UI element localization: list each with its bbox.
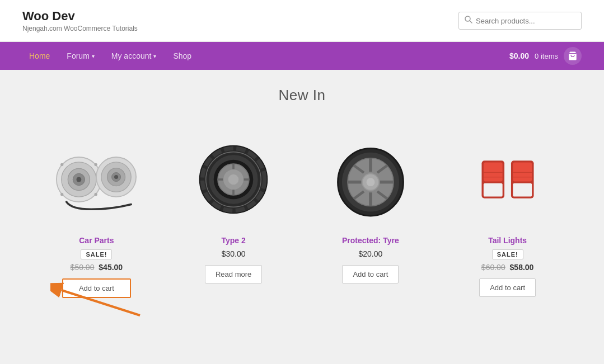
chevron-down-icon: ▾	[153, 53, 156, 59]
products-grid: Car Parts SALE! $50.00 $45.00 Add to car…	[34, 121, 570, 313]
svg-point-43	[366, 178, 374, 186]
tyre-image	[197, 140, 270, 219]
svg-point-9	[95, 163, 97, 166]
svg-point-10	[60, 193, 63, 196]
site-nav: Home Forum ▾ My account ▾ Shop $0.00 0 i…	[0, 42, 604, 70]
add-to-cart-button-protected-tyre[interactable]: Add to cart	[342, 265, 399, 283]
add-to-cart-button-tail-lights[interactable]: Add to cart	[479, 278, 536, 297]
nav-item-shop[interactable]: Shop	[166, 44, 198, 68]
read-more-button-type2[interactable]: Read more	[205, 265, 262, 283]
nav-item-forum[interactable]: Forum ▾	[60, 44, 101, 68]
svg-point-16	[114, 175, 118, 179]
product-name-type2[interactable]: Type 2	[221, 236, 245, 245]
cart-info: $0.00 0 items	[509, 47, 582, 65]
speakers-image	[51, 143, 141, 216]
product-price-car-parts: $50.00 $45.00	[71, 263, 123, 272]
current-price-tail-lights: $58.00	[510, 263, 534, 272]
site-header: Woo Dev Njengah.com WooCommerce Tutorial…	[0, 0, 604, 42]
sale-badge-car-parts: SALE!	[81, 249, 112, 259]
product-image-type2	[180, 132, 288, 227]
site-tagline: Njengah.com WooCommerce Tutorials	[22, 25, 138, 32]
search-icon	[465, 16, 472, 26]
site-title: Woo Dev	[22, 9, 138, 23]
taillight-image	[477, 143, 539, 216]
nav-item-home[interactable]: Home	[22, 44, 57, 68]
svg-point-25	[228, 174, 239, 185]
nav-links: Home Forum ▾ My account ▾ Shop	[22, 44, 509, 68]
product-card-protected-tyre: Protected: Tyre $20.00 Add to cart	[308, 121, 434, 313]
product-price-protected-tyre: $20.00	[358, 249, 382, 258]
current-price-car-parts: $45.00	[99, 263, 123, 272]
price-type2: $30.00	[222, 249, 246, 258]
search-input[interactable]	[476, 17, 575, 25]
main-content: New In	[0, 70, 604, 349]
svg-rect-47	[483, 183, 502, 197]
product-name-tail-lights[interactable]: Tail Lights	[488, 236, 527, 245]
svg-point-7	[77, 177, 82, 182]
product-card-tail-lights: Tail Lights SALE! $60.00 $58.00 Add to c…	[444, 121, 570, 313]
section-title: New In	[34, 87, 570, 104]
search-form[interactable]	[458, 12, 582, 30]
svg-rect-52	[513, 183, 532, 197]
wheel-image	[334, 140, 407, 219]
price-protected-tyre: $20.00	[358, 249, 382, 258]
product-card-car-parts: Car Parts SALE! $50.00 $45.00 Add to car…	[34, 121, 160, 313]
product-card-type2: Type 2 $30.00 Read more	[171, 121, 297, 313]
cart-items-count: 0 items	[535, 52, 558, 60]
add-to-cart-button-car-parts[interactable]: Add to cart	[62, 278, 131, 298]
nav-item-myaccount[interactable]: My account ▾	[105, 44, 163, 68]
original-price-car-parts: $50.00	[71, 263, 95, 272]
product-price-type2: $30.00	[222, 249, 246, 258]
svg-rect-46	[483, 163, 502, 182]
original-price-tail-lights: $60.00	[481, 263, 505, 272]
sale-badge-tail-lights: SALE!	[492, 249, 523, 259]
cart-amount: $0.00	[509, 51, 529, 60]
svg-line-1	[470, 21, 472, 23]
site-branding: Woo Dev Njengah.com WooCommerce Tutorial…	[22, 9, 138, 32]
chevron-down-icon: ▾	[92, 53, 95, 59]
product-name-protected-tyre[interactable]: Protected: Tyre	[342, 236, 399, 245]
product-image-car-parts	[43, 132, 151, 227]
cart-icon[interactable]	[564, 47, 582, 65]
svg-rect-51	[513, 163, 532, 182]
product-name-car-parts[interactable]: Car Parts	[79, 236, 114, 245]
svg-point-8	[60, 163, 63, 166]
product-price-tail-lights: $60.00 $58.00	[481, 263, 534, 272]
product-image-tail-lights	[453, 132, 561, 227]
product-image-protected-tyre	[317, 132, 425, 227]
svg-point-11	[95, 193, 97, 196]
